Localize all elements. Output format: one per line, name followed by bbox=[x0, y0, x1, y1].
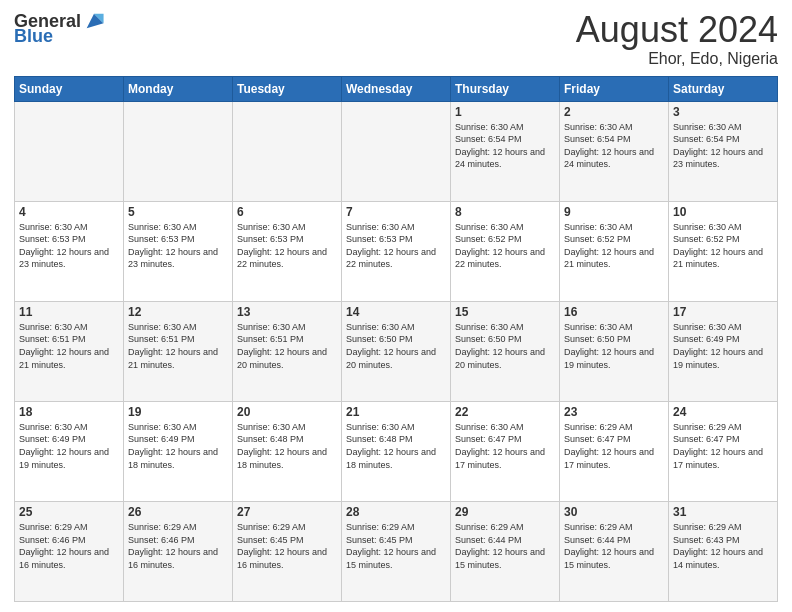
calendar-cell bbox=[124, 101, 233, 201]
calendar-cell: 1Sunrise: 6:30 AMSunset: 6:54 PMDaylight… bbox=[451, 101, 560, 201]
day-number: 6 bbox=[237, 205, 337, 219]
calendar-cell: 26Sunrise: 6:29 AMSunset: 6:46 PMDayligh… bbox=[124, 501, 233, 601]
day-info: Sunrise: 6:30 AMSunset: 6:51 PMDaylight:… bbox=[128, 321, 228, 371]
day-number: 29 bbox=[455, 505, 555, 519]
day-info: Sunrise: 6:30 AMSunset: 6:53 PMDaylight:… bbox=[19, 221, 119, 271]
calendar-cell: 2Sunrise: 6:30 AMSunset: 6:54 PMDaylight… bbox=[560, 101, 669, 201]
calendar-cell: 14Sunrise: 6:30 AMSunset: 6:50 PMDayligh… bbox=[342, 301, 451, 401]
calendar-cell: 20Sunrise: 6:30 AMSunset: 6:48 PMDayligh… bbox=[233, 401, 342, 501]
day-number: 22 bbox=[455, 405, 555, 419]
day-info: Sunrise: 6:30 AMSunset: 6:54 PMDaylight:… bbox=[564, 121, 664, 171]
calendar-day-header: Thursday bbox=[451, 76, 560, 101]
day-info: Sunrise: 6:30 AMSunset: 6:53 PMDaylight:… bbox=[128, 221, 228, 271]
calendar-table: SundayMondayTuesdayWednesdayThursdayFrid… bbox=[14, 76, 778, 602]
calendar-cell: 21Sunrise: 6:30 AMSunset: 6:48 PMDayligh… bbox=[342, 401, 451, 501]
day-info: Sunrise: 6:30 AMSunset: 6:53 PMDaylight:… bbox=[237, 221, 337, 271]
logo-blue-text: Blue bbox=[14, 26, 53, 47]
calendar-cell: 9Sunrise: 6:30 AMSunset: 6:52 PMDaylight… bbox=[560, 201, 669, 301]
day-number: 26 bbox=[128, 505, 228, 519]
calendar-cell: 19Sunrise: 6:30 AMSunset: 6:49 PMDayligh… bbox=[124, 401, 233, 501]
page: General Blue August 2024 Ehor, Edo, Nige… bbox=[0, 0, 792, 612]
calendar-cell: 31Sunrise: 6:29 AMSunset: 6:43 PMDayligh… bbox=[669, 501, 778, 601]
day-number: 1 bbox=[455, 105, 555, 119]
calendar-day-header: Wednesday bbox=[342, 76, 451, 101]
subtitle: Ehor, Edo, Nigeria bbox=[576, 50, 778, 68]
day-info: Sunrise: 6:30 AMSunset: 6:49 PMDaylight:… bbox=[128, 421, 228, 471]
calendar-week-row: 1Sunrise: 6:30 AMSunset: 6:54 PMDaylight… bbox=[15, 101, 778, 201]
day-number: 19 bbox=[128, 405, 228, 419]
day-info: Sunrise: 6:30 AMSunset: 6:49 PMDaylight:… bbox=[19, 421, 119, 471]
calendar-day-header: Friday bbox=[560, 76, 669, 101]
calendar-week-row: 11Sunrise: 6:30 AMSunset: 6:51 PMDayligh… bbox=[15, 301, 778, 401]
day-number: 25 bbox=[19, 505, 119, 519]
day-number: 17 bbox=[673, 305, 773, 319]
calendar-cell: 25Sunrise: 6:29 AMSunset: 6:46 PMDayligh… bbox=[15, 501, 124, 601]
day-number: 24 bbox=[673, 405, 773, 419]
calendar-cell bbox=[342, 101, 451, 201]
calendar-cell: 11Sunrise: 6:30 AMSunset: 6:51 PMDayligh… bbox=[15, 301, 124, 401]
logo: General Blue bbox=[14, 10, 105, 47]
day-number: 7 bbox=[346, 205, 446, 219]
day-number: 9 bbox=[564, 205, 664, 219]
calendar-cell: 27Sunrise: 6:29 AMSunset: 6:45 PMDayligh… bbox=[233, 501, 342, 601]
calendar-cell: 23Sunrise: 6:29 AMSunset: 6:47 PMDayligh… bbox=[560, 401, 669, 501]
day-number: 4 bbox=[19, 205, 119, 219]
day-info: Sunrise: 6:30 AMSunset: 6:51 PMDaylight:… bbox=[237, 321, 337, 371]
day-number: 28 bbox=[346, 505, 446, 519]
day-info: Sunrise: 6:30 AMSunset: 6:49 PMDaylight:… bbox=[673, 321, 773, 371]
day-info: Sunrise: 6:30 AMSunset: 6:52 PMDaylight:… bbox=[455, 221, 555, 271]
day-info: Sunrise: 6:29 AMSunset: 6:43 PMDaylight:… bbox=[673, 521, 773, 571]
calendar-cell bbox=[233, 101, 342, 201]
day-number: 16 bbox=[564, 305, 664, 319]
day-number: 15 bbox=[455, 305, 555, 319]
day-info: Sunrise: 6:30 AMSunset: 6:47 PMDaylight:… bbox=[455, 421, 555, 471]
day-info: Sunrise: 6:29 AMSunset: 6:46 PMDaylight:… bbox=[19, 521, 119, 571]
day-number: 31 bbox=[673, 505, 773, 519]
day-number: 5 bbox=[128, 205, 228, 219]
day-info: Sunrise: 6:29 AMSunset: 6:45 PMDaylight:… bbox=[346, 521, 446, 571]
calendar-week-row: 18Sunrise: 6:30 AMSunset: 6:49 PMDayligh… bbox=[15, 401, 778, 501]
day-info: Sunrise: 6:29 AMSunset: 6:44 PMDaylight:… bbox=[455, 521, 555, 571]
calendar-cell: 24Sunrise: 6:29 AMSunset: 6:47 PMDayligh… bbox=[669, 401, 778, 501]
day-number: 23 bbox=[564, 405, 664, 419]
calendar-cell: 16Sunrise: 6:30 AMSunset: 6:50 PMDayligh… bbox=[560, 301, 669, 401]
calendar-cell: 28Sunrise: 6:29 AMSunset: 6:45 PMDayligh… bbox=[342, 501, 451, 601]
calendar-day-header: Sunday bbox=[15, 76, 124, 101]
day-info: Sunrise: 6:30 AMSunset: 6:54 PMDaylight:… bbox=[455, 121, 555, 171]
calendar-cell: 17Sunrise: 6:30 AMSunset: 6:49 PMDayligh… bbox=[669, 301, 778, 401]
calendar-cell: 5Sunrise: 6:30 AMSunset: 6:53 PMDaylight… bbox=[124, 201, 233, 301]
day-info: Sunrise: 6:30 AMSunset: 6:50 PMDaylight:… bbox=[455, 321, 555, 371]
day-info: Sunrise: 6:30 AMSunset: 6:48 PMDaylight:… bbox=[237, 421, 337, 471]
day-number: 2 bbox=[564, 105, 664, 119]
day-number: 20 bbox=[237, 405, 337, 419]
day-number: 12 bbox=[128, 305, 228, 319]
day-info: Sunrise: 6:30 AMSunset: 6:53 PMDaylight:… bbox=[346, 221, 446, 271]
calendar-week-row: 25Sunrise: 6:29 AMSunset: 6:46 PMDayligh… bbox=[15, 501, 778, 601]
day-info: Sunrise: 6:30 AMSunset: 6:52 PMDaylight:… bbox=[673, 221, 773, 271]
day-info: Sunrise: 6:30 AMSunset: 6:52 PMDaylight:… bbox=[564, 221, 664, 271]
day-number: 30 bbox=[564, 505, 664, 519]
day-info: Sunrise: 6:30 AMSunset: 6:54 PMDaylight:… bbox=[673, 121, 773, 171]
calendar-cell: 13Sunrise: 6:30 AMSunset: 6:51 PMDayligh… bbox=[233, 301, 342, 401]
day-number: 13 bbox=[237, 305, 337, 319]
calendar-day-header: Saturday bbox=[669, 76, 778, 101]
calendar-cell: 15Sunrise: 6:30 AMSunset: 6:50 PMDayligh… bbox=[451, 301, 560, 401]
header: General Blue August 2024 Ehor, Edo, Nige… bbox=[14, 10, 778, 68]
calendar-cell: 7Sunrise: 6:30 AMSunset: 6:53 PMDaylight… bbox=[342, 201, 451, 301]
day-number: 14 bbox=[346, 305, 446, 319]
calendar-cell: 18Sunrise: 6:30 AMSunset: 6:49 PMDayligh… bbox=[15, 401, 124, 501]
calendar-cell bbox=[15, 101, 124, 201]
day-info: Sunrise: 6:29 AMSunset: 6:45 PMDaylight:… bbox=[237, 521, 337, 571]
calendar-cell: 3Sunrise: 6:30 AMSunset: 6:54 PMDaylight… bbox=[669, 101, 778, 201]
day-number: 10 bbox=[673, 205, 773, 219]
calendar-cell: 22Sunrise: 6:30 AMSunset: 6:47 PMDayligh… bbox=[451, 401, 560, 501]
calendar-week-row: 4Sunrise: 6:30 AMSunset: 6:53 PMDaylight… bbox=[15, 201, 778, 301]
calendar-cell: 12Sunrise: 6:30 AMSunset: 6:51 PMDayligh… bbox=[124, 301, 233, 401]
day-number: 8 bbox=[455, 205, 555, 219]
calendar-cell: 8Sunrise: 6:30 AMSunset: 6:52 PMDaylight… bbox=[451, 201, 560, 301]
main-title: August 2024 bbox=[576, 10, 778, 50]
calendar-cell: 6Sunrise: 6:30 AMSunset: 6:53 PMDaylight… bbox=[233, 201, 342, 301]
day-info: Sunrise: 6:29 AMSunset: 6:47 PMDaylight:… bbox=[673, 421, 773, 471]
day-info: Sunrise: 6:30 AMSunset: 6:50 PMDaylight:… bbox=[564, 321, 664, 371]
calendar-cell: 30Sunrise: 6:29 AMSunset: 6:44 PMDayligh… bbox=[560, 501, 669, 601]
